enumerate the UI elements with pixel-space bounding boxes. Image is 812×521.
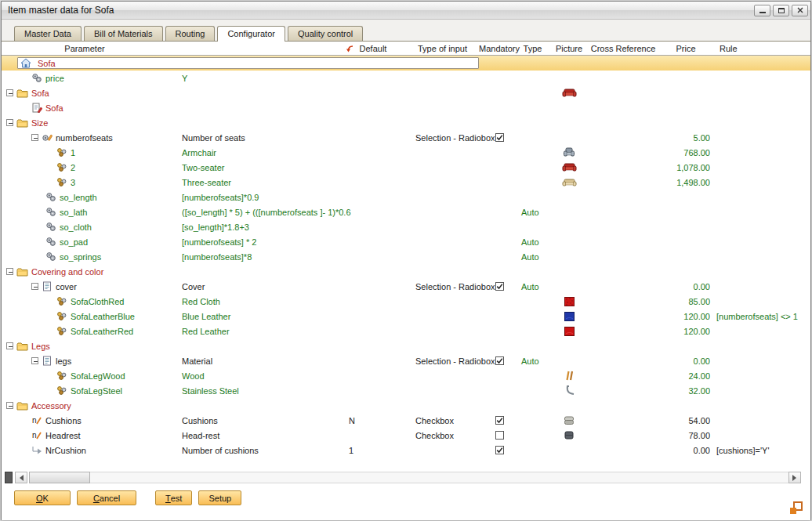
price-value: 85.00 bbox=[688, 297, 710, 306]
checkbox-checked-icon[interactable] bbox=[495, 416, 504, 425]
grid-row[interactable]: so_cloth[so_length]*1.8+3 bbox=[2, 219, 810, 234]
cancel-button[interactable]: Cancel bbox=[77, 490, 136, 505]
grid-row[interactable]: so_lath([so_length] * 5) + (([numberofse… bbox=[2, 204, 810, 219]
column-header-mandatory[interactable]: Mandatory bbox=[484, 44, 515, 53]
tab-configurator[interactable]: Configurator bbox=[217, 26, 285, 42]
checkbox-checked-icon[interactable] bbox=[495, 356, 504, 365]
expand-toggle-icon[interactable] bbox=[6, 89, 13, 96]
parameter-name: Covering and color bbox=[31, 267, 103, 277]
parameter-cell: price bbox=[2, 71, 168, 85]
column-header-default[interactable]: Default bbox=[331, 44, 401, 53]
title-bar[interactable]: Item master data for Sofa bbox=[2, 2, 810, 20]
default-cell bbox=[331, 428, 401, 443]
grid-row[interactable]: SofaLegWoodWood24.00 bbox=[2, 368, 810, 383]
parameter-cell: SofaLegWood bbox=[2, 368, 168, 383]
tab-routing[interactable]: Routing bbox=[165, 26, 216, 41]
setup-button[interactable]: Setup bbox=[198, 490, 241, 505]
default-cell bbox=[331, 309, 401, 324]
grid-row[interactable]: nHeadrestHead-restCheckbox78.00 bbox=[2, 428, 810, 443]
splitter-handle[interactable] bbox=[5, 472, 13, 483]
parameter-cell: cover bbox=[2, 279, 168, 294]
grid-row[interactable]: NrCushionNumber of cushions10.00[cushion… bbox=[2, 443, 810, 458]
expand-toggle-icon[interactable] bbox=[6, 402, 13, 409]
minimize-button[interactable] bbox=[754, 5, 770, 16]
description-text: ([so_length] * 5) + (([numberofseats ]- … bbox=[182, 208, 351, 217]
rule-cell bbox=[713, 413, 810, 428]
grid-row[interactable]: priceY bbox=[2, 71, 810, 85]
gears-icon bbox=[45, 222, 56, 232]
grid-row[interactable]: SofaLegSteelStainless Steel32.00 bbox=[2, 383, 810, 398]
type-cell bbox=[515, 383, 550, 398]
rule-cell: [numberofseats] <> 1 bbox=[713, 309, 810, 324]
cross-reference-cell bbox=[588, 413, 658, 428]
option-gears-icon bbox=[56, 162, 67, 172]
selected-parameter-editor[interactable]: Sofa bbox=[17, 57, 479, 69]
ok-button[interactable]: OK bbox=[14, 490, 71, 505]
column-header-type[interactable]: Type bbox=[515, 44, 550, 53]
grid-row[interactable]: 2Two-seater1,078.00 bbox=[2, 160, 810, 175]
tab-quality-control[interactable]: Quality control bbox=[288, 26, 363, 41]
column-header-price[interactable]: Price bbox=[658, 44, 713, 53]
expand-toggle-icon[interactable] bbox=[6, 342, 13, 349]
column-header-type-of-input[interactable]: Type of input bbox=[401, 44, 484, 53]
close-button[interactable] bbox=[792, 5, 808, 16]
grid-row[interactable]: Sofa bbox=[2, 56, 810, 71]
option-gears-icon bbox=[56, 311, 67, 321]
armchair-gray-picture bbox=[563, 147, 575, 157]
grid-row[interactable]: SofaClothRedRed Cloth85.00 bbox=[2, 294, 810, 309]
expand-toggle-icon[interactable] bbox=[31, 134, 38, 141]
expand-toggle-icon[interactable] bbox=[6, 268, 13, 275]
grid-row[interactable]: nCushionsCushionsNCheckbox54.00 bbox=[2, 413, 810, 428]
cross-reference-cell bbox=[588, 338, 658, 353]
scroll-left-button[interactable] bbox=[15, 472, 27, 483]
grid-row[interactable]: legsMaterialSelection - RadioboxAuto0.00 bbox=[2, 353, 810, 368]
form-settings-icon[interactable] bbox=[790, 501, 803, 514]
grid-row[interactable]: coverCoverSelection - RadioboxAuto0.00 bbox=[2, 279, 810, 294]
grid-row[interactable]: Accessory bbox=[2, 398, 810, 413]
rule-cell bbox=[713, 324, 810, 338]
description-text: Number of seats bbox=[182, 133, 245, 143]
grid-row[interactable]: so_length[numberofseats]*0.9 bbox=[2, 190, 810, 204]
column-header-picture[interactable]: Picture bbox=[550, 44, 588, 53]
grid-row[interactable]: Sofa bbox=[2, 100, 810, 115]
tab-master-data[interactable]: Master Data bbox=[14, 26, 82, 41]
column-header-parameter[interactable]: Parameter bbox=[2, 44, 168, 53]
scroll-right-button[interactable] bbox=[788, 472, 801, 483]
price-value: 120.00 bbox=[683, 312, 710, 321]
horizontal-scrollbar[interactable] bbox=[5, 472, 801, 483]
test-button[interactable]: Test bbox=[155, 490, 192, 505]
default-cell bbox=[331, 71, 401, 85]
folder-icon bbox=[16, 267, 28, 277]
checkbox-checked-icon[interactable] bbox=[495, 282, 504, 291]
mandatory-cell bbox=[484, 383, 515, 398]
grid-row[interactable]: SofaLeatherBlueBlue Leather120.00[number… bbox=[2, 309, 810, 324]
grid-row[interactable]: Covering and color bbox=[2, 264, 810, 279]
grid-row[interactable]: Size bbox=[2, 115, 810, 130]
maximize-button[interactable] bbox=[773, 5, 789, 16]
parameter-name: SofaClothRed bbox=[71, 297, 125, 306]
tab-bill-of-materials[interactable]: Bill of Materials bbox=[84, 26, 163, 41]
grid-row[interactable]: Sofa bbox=[2, 85, 810, 100]
column-header-cross-reference[interactable]: Cross Reference bbox=[588, 44, 658, 53]
expand-toggle-icon[interactable] bbox=[6, 119, 13, 126]
checkbox-unchecked-icon[interactable] bbox=[495, 431, 504, 440]
description-cell bbox=[168, 100, 331, 115]
grid-row[interactable]: SofaLeatherRedRed Leather120.00 bbox=[2, 324, 810, 338]
parameter-cell: 1 bbox=[2, 145, 168, 160]
expand-toggle-icon[interactable] bbox=[31, 357, 38, 364]
grid-row[interactable]: 1Armchair768.00 bbox=[2, 145, 810, 160]
checkbox-checked-icon[interactable] bbox=[495, 446, 504, 454]
description-cell: Material bbox=[168, 353, 331, 368]
grid-row[interactable]: numberofseatsNumber of seatsSelection - … bbox=[2, 130, 810, 145]
grid-row[interactable]: so_pad[numberofseats] * 2Auto bbox=[2, 234, 810, 249]
mandatory-cell bbox=[484, 175, 515, 190]
grid-row[interactable]: so_springs[numberofseats]*8Auto bbox=[2, 249, 810, 264]
expand-toggle-icon[interactable] bbox=[31, 283, 38, 290]
checkbox-checked-icon[interactable] bbox=[495, 133, 504, 142]
grid-row[interactable]: 3Three-seater1,498.00 bbox=[2, 175, 810, 190]
grid-row[interactable]: Legs bbox=[2, 338, 810, 353]
column-header-rule[interactable]: Rule bbox=[713, 44, 810, 53]
mandatory-cell bbox=[484, 115, 515, 130]
scrollbar-track[interactable] bbox=[90, 472, 788, 483]
scrollbar-thumb[interactable] bbox=[29, 472, 90, 483]
